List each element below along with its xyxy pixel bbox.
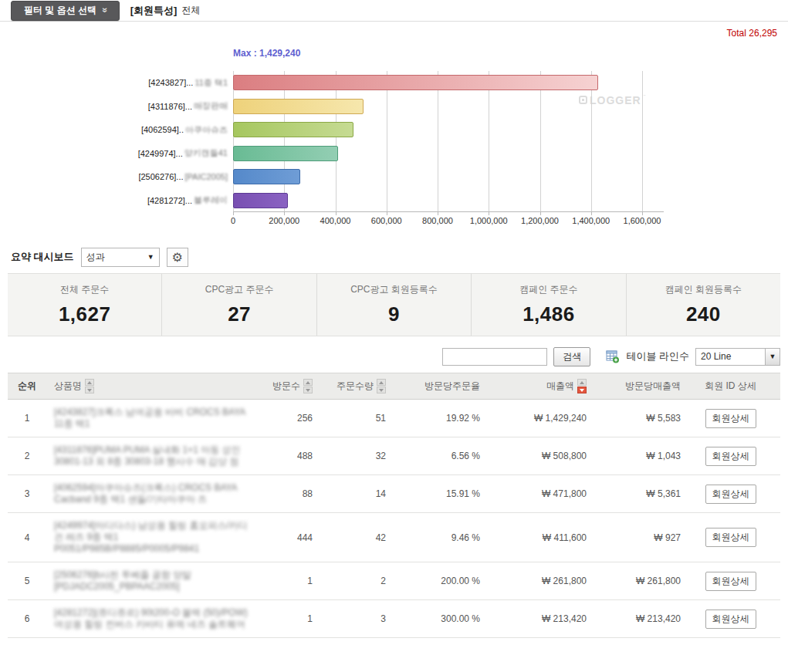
column-header-label: 방문당주문율	[424, 380, 480, 393]
metric-card-label: 캠페인 주문수	[519, 283, 577, 296]
cell-rank: 2	[8, 437, 46, 475]
sort-icon[interactable]	[303, 379, 313, 393]
cell-product-name: [4311876]PUMA PUMA 실내화 1+1 아동 성인 30801-1…	[46, 437, 262, 475]
chart-label-id: [4281272]...	[147, 196, 192, 205]
table-row: 4[4249974]아디다스) 남성용 힐링 홈오피스/카디건 레즈 9종 택1…	[8, 513, 780, 562]
breadcrumb: [회원특성] 전체	[130, 4, 201, 18]
dashboard-preset-value: 성과	[86, 251, 105, 264]
column-header-product[interactable]: 상품명	[46, 373, 262, 400]
member-detail-button[interactable]: 회원상세	[705, 572, 756, 591]
metric-card: 캠페인 회원등록수240	[627, 274, 780, 336]
sort-icon[interactable]	[577, 379, 587, 393]
cell-order-quantity: 42	[313, 513, 386, 562]
cell-revenue: ₩ 213,420	[480, 600, 587, 638]
member-detail-button[interactable]: 회원상세	[705, 485, 756, 504]
table-header-row: 순위상품명방문수주문수량방문당주문율매출액방문당매출액회원 ID 상세	[8, 373, 780, 400]
cell-visits: 88	[262, 475, 313, 513]
cell-rank: 5	[8, 562, 46, 600]
chart-bar[interactable]	[233, 99, 364, 114]
metric-card-value: 1,627	[59, 302, 111, 326]
chart-bar-row	[233, 165, 300, 189]
column-header-label: 주문수량	[337, 380, 374, 393]
cell-member-detail: 회원상세	[681, 562, 780, 600]
chart-bar-row	[233, 189, 288, 213]
chart-tick-label: 0	[231, 216, 235, 225]
column-header-label: 매출액	[546, 380, 574, 393]
table-lines-select[interactable]: 20 Line ▼	[695, 348, 780, 366]
cell-visits: 444	[262, 513, 313, 562]
member-detail-button[interactable]: 회원상세	[705, 528, 756, 547]
metric-card-label: CPC광고 주문수	[205, 283, 274, 296]
search-input[interactable]	[442, 348, 547, 366]
cell-order-rate: 15.91 %	[386, 475, 480, 513]
column-header-label: 회원 ID 상세	[705, 380, 756, 393]
summary-metric-cards: 전체 주문수1,627CPC광고 주문수27CPC광고 회원등록수9캠페인 주문…	[8, 273, 780, 336]
table-controls: 검색 테이블 라인수 20 Line ▼	[8, 346, 780, 366]
table-lines-value: 20 Line	[701, 351, 731, 362]
sort-up-icon[interactable]	[577, 379, 587, 386]
chart-x-axis: 0200,000400,000600,000800,0001,000,0001,…	[233, 212, 664, 228]
chart-bar[interactable]	[233, 122, 353, 137]
table-add-icon[interactable]	[606, 350, 620, 363]
dashboard-settings-button[interactable]: ⚙	[167, 248, 188, 267]
table-row: 1[4243827]크록스 남여공용 바비 CROCS BAYA 11종 택12…	[8, 400, 780, 437]
gear-icon: ⚙	[171, 250, 182, 265]
cell-rank: 6	[8, 600, 46, 638]
sort-down-icon[interactable]	[303, 387, 313, 393]
cell-revenue-per-visit: ₩ 213,420	[587, 600, 681, 638]
search-button[interactable]: 검색	[553, 347, 590, 366]
sort-icon[interactable]	[377, 379, 386, 393]
member-detail-button[interactable]: 회원상세	[705, 447, 756, 466]
sort-up-icon[interactable]	[303, 379, 313, 386]
member-detail-button[interactable]: 회원상세	[705, 610, 756, 629]
filter-options-button[interactable]: 필터 및 옵션 선택 »	[11, 1, 120, 21]
chart-tick-label: 1,200,000	[521, 216, 559, 225]
column-header-visits[interactable]: 방문수	[262, 373, 313, 400]
sort-icon[interactable]	[85, 379, 94, 393]
table-row: 3[4062594]아쿠아슈즈(크록스) CROCS BAYA Cacband …	[8, 475, 780, 513]
chart-bar[interactable]	[233, 75, 598, 90]
chart-bar[interactable]	[233, 193, 288, 208]
sort-up-icon[interactable]	[85, 379, 94, 386]
cell-member-detail: 회원상세	[681, 475, 780, 513]
chart-category-label: [4062594]..아쿠아슈즈	[113, 118, 233, 142]
metric-card-label: CPC광고 회원등록수	[350, 283, 438, 296]
sort-down-icon[interactable]	[577, 387, 587, 393]
column-header-label: 방문수	[272, 380, 300, 393]
dashboard-preset-select[interactable]: 성과 ▼	[81, 248, 160, 267]
cell-revenue: ₩ 1,429,240	[480, 400, 587, 437]
chart-tick-label: 1,400,000	[572, 216, 610, 225]
chart-bar[interactable]	[233, 146, 338, 161]
chart-tick-label: 1,600,000	[624, 216, 661, 225]
sort-down-icon[interactable]	[377, 387, 386, 393]
table-row: 2[4311876]PUMA PUMA 실내화 1+1 아동 성인 30801-…	[8, 437, 780, 475]
chart-category-label: [4249974]...양키캔들41	[113, 142, 233, 166]
chart-label-blurred: 아쿠아슈즈	[185, 124, 228, 136]
metric-card: CPC광고 주문수27	[162, 274, 316, 336]
table-lines-label: 테이블 라인수	[626, 350, 689, 363]
sort-up-icon[interactable]	[377, 379, 386, 386]
product-name-blurred: [4311876]PUMA PUMA 실내화 1+1 아동 성인 30801-1…	[54, 444, 250, 468]
column-header-revenue[interactable]: 매출액	[480, 373, 587, 400]
chart-label-blurred: [PAIC2005]	[185, 172, 228, 181]
column-header-revenue_per_visit: 방문당매출액	[587, 373, 681, 400]
cell-product-name: [4249974]아디다스) 남성용 힐링 홈오피스/카디건 레즈 9종 택1 …	[46, 513, 262, 562]
metric-card: 캠페인 주문수1,486	[472, 274, 626, 336]
member-detail-button[interactable]: 회원상세	[705, 409, 756, 428]
chart-bar[interactable]	[233, 169, 300, 184]
cell-product-name: [2506276]b사전 투베즐 골함 양말 [PDJADC2005_PBPAA…	[46, 562, 262, 600]
chart-gridline	[642, 71, 643, 211]
summary-dashboard-label: 요약 대시보드	[11, 250, 74, 264]
chart-tick-label: 1,000,000	[470, 216, 508, 225]
cell-member-detail: 회원상세	[681, 400, 780, 437]
section-tag: [회원특성]	[130, 4, 178, 18]
chart-bar-row	[233, 142, 338, 166]
cell-order-quantity: 14	[313, 475, 386, 513]
column-header-orders[interactable]: 주문수량	[313, 373, 386, 400]
column-header-label: 방문당매출액	[625, 380, 681, 393]
total-label: Total	[727, 28, 746, 39]
sort-down-icon[interactable]	[85, 387, 94, 393]
products-table: 순위상품명방문수주문수량방문당주문율매출액방문당매출액회원 ID 상세 1[42…	[8, 373, 780, 638]
chart-tick-label: 200,000	[269, 216, 299, 225]
chart-max-label: Max : 1,429,240	[233, 48, 788, 60]
